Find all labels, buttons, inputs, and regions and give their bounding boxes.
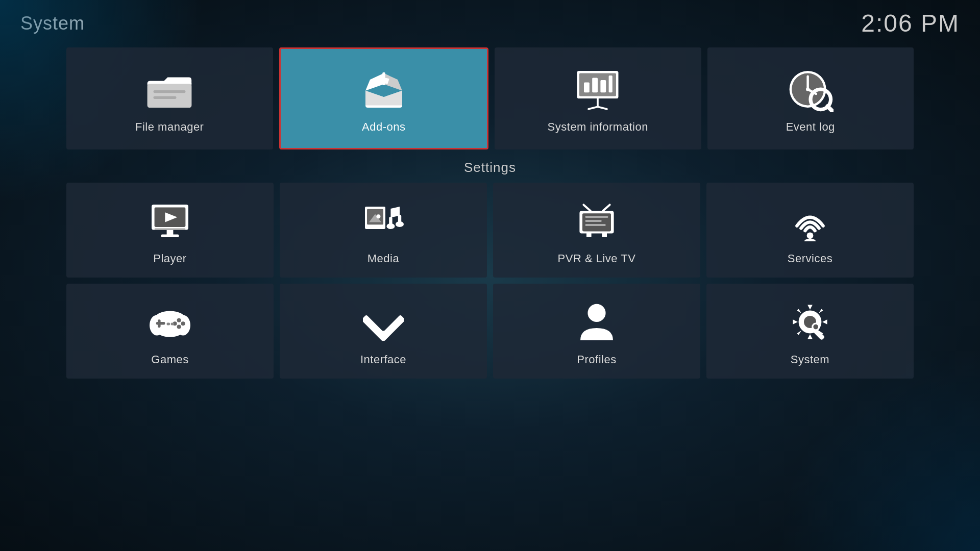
svg-point-51: [177, 318, 181, 322]
event-log-icon: [788, 66, 834, 112]
svg-rect-42: [585, 216, 608, 218]
file-manager-label: File manager: [135, 120, 204, 134]
profiles-icon: [574, 299, 620, 345]
svg-line-14: [598, 107, 607, 109]
svg-point-45: [807, 232, 814, 239]
pvr-label: PVR & Live TV: [558, 252, 636, 265]
clock: 2:06 PM: [861, 9, 960, 37]
page-title: System: [20, 13, 85, 34]
media-icon: [360, 198, 406, 244]
svg-point-52: [181, 321, 185, 325]
tile-system-information[interactable]: System information: [495, 47, 701, 149]
svg-point-65: [813, 324, 818, 330]
svg-line-13: [589, 107, 598, 109]
tile-add-ons[interactable]: Add-ons: [279, 47, 489, 149]
settings-section-label: Settings: [66, 160, 914, 176]
svg-point-60: [587, 304, 605, 322]
services-icon: [787, 198, 833, 244]
pvr-icon: [574, 198, 620, 244]
add-ons-icon: [361, 66, 407, 112]
svg-point-53: [177, 325, 181, 329]
header: System 2:06 PM: [0, 0, 980, 42]
tile-interface[interactable]: Interface: [280, 284, 487, 379]
tile-event-log[interactable]: Event log: [707, 47, 914, 149]
player-label: Player: [153, 252, 186, 265]
svg-line-41: [603, 205, 610, 211]
svg-rect-3: [154, 90, 186, 93]
tile-pvr-live-tv[interactable]: PVR & Live TV: [493, 183, 700, 278]
svg-point-33: [386, 223, 395, 229]
tile-media[interactable]: Media: [280, 183, 487, 278]
interface-icon: [360, 299, 406, 345]
svg-rect-26: [161, 234, 179, 237]
svg-rect-44: [585, 224, 606, 226]
svg-rect-39: [602, 233, 607, 237]
main-content: File manager A: [0, 42, 980, 379]
svg-rect-11: [609, 76, 612, 92]
system-information-label: System information: [548, 120, 648, 134]
svg-line-40: [583, 205, 591, 211]
player-icon: [147, 198, 193, 244]
svg-rect-5: [382, 72, 385, 85]
media-label: Media: [368, 252, 399, 265]
svg-point-31: [376, 214, 380, 218]
services-label: Services: [788, 252, 832, 265]
games-label: Games: [151, 353, 188, 366]
svg-rect-8: [584, 83, 590, 93]
svg-rect-43: [585, 220, 602, 222]
svg-rect-12: [597, 98, 599, 107]
svg-line-21: [827, 106, 832, 111]
system-information-icon: [575, 66, 621, 112]
svg-rect-27: [155, 228, 186, 230]
svg-rect-38: [586, 233, 592, 237]
svg-rect-9: [592, 78, 598, 93]
svg-rect-58: [379, 315, 404, 342]
svg-rect-50: [158, 319, 161, 328]
add-ons-label: Add-ons: [362, 120, 405, 134]
file-manager-icon: [146, 66, 192, 112]
settings-grid: Player Media: [66, 183, 914, 379]
svg-rect-10: [601, 80, 606, 92]
interface-label: Interface: [360, 353, 406, 366]
event-log-label: Event log: [786, 120, 835, 134]
tile-services[interactable]: Services: [706, 183, 914, 278]
tile-player[interactable]: Player: [66, 183, 274, 278]
system-label: System: [791, 353, 829, 366]
tile-system[interactable]: System: [706, 284, 914, 379]
tile-file-manager[interactable]: File manager: [66, 47, 273, 149]
svg-rect-55: [167, 323, 170, 325]
svg-point-47: [150, 315, 164, 335]
svg-point-19: [806, 87, 810, 91]
games-icon: [147, 299, 193, 345]
top-row: File manager A: [66, 47, 914, 149]
profiles-label: Profiles: [577, 353, 616, 366]
svg-point-35: [396, 221, 404, 227]
system-icon: [787, 299, 833, 345]
tile-games[interactable]: Games: [66, 284, 274, 379]
svg-rect-25: [167, 230, 174, 235]
svg-rect-56: [171, 323, 174, 325]
svg-rect-4: [154, 96, 177, 99]
tile-profiles[interactable]: Profiles: [493, 284, 700, 379]
